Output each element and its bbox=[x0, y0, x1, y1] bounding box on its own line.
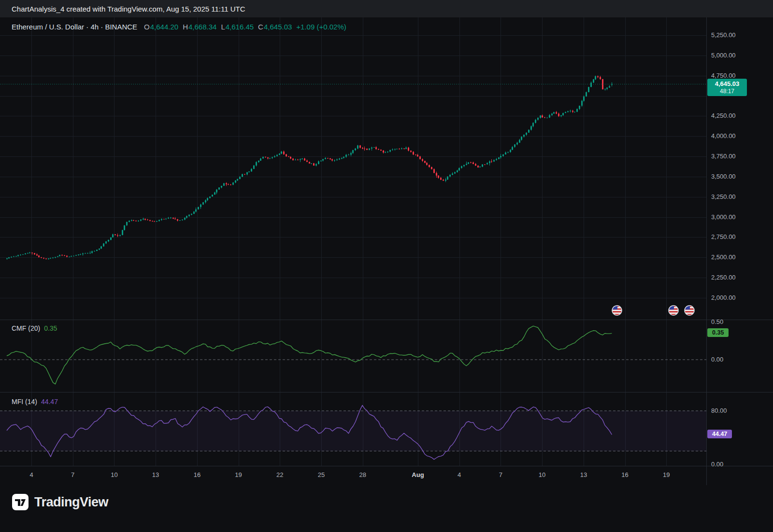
cmf-axis-label: 0.50 bbox=[711, 318, 723, 325]
time-axis-label[interactable]: 25 bbox=[318, 471, 325, 478]
last-price-badge: 4,645.03 48:17 bbox=[707, 79, 747, 96]
price-axis-label: 2,750.00 bbox=[711, 233, 736, 240]
mfi-value-badge: 44.47 bbox=[707, 430, 732, 438]
cmf-legend[interactable]: CMF (20) 0.35 bbox=[12, 324, 57, 332]
mfi-label: MFI (14) bbox=[12, 398, 37, 406]
time-axis-label[interactable]: 10 bbox=[539, 471, 545, 478]
chart-canvas[interactable] bbox=[0, 0, 773, 532]
time-axis-label[interactable]: 22 bbox=[276, 471, 283, 478]
time-axis-label[interactable]: Aug bbox=[412, 471, 424, 478]
price-axis-label: 4,000.00 bbox=[711, 132, 736, 140]
time-axis-label[interactable]: 13 bbox=[580, 471, 587, 478]
ohlc-values: O4,644.20 H4,668.34 L4,616.45 C4,645.03 … bbox=[144, 23, 346, 31]
tradingview-logo-icon bbox=[12, 493, 29, 511]
price-axis-label: 4,750.00 bbox=[711, 72, 736, 79]
low-value: 4,616.45 bbox=[226, 23, 254, 31]
low-label: L bbox=[221, 23, 225, 31]
mfi-legend[interactable]: MFI (14) 44.47 bbox=[12, 398, 58, 406]
bar-countdown: 48:17 bbox=[711, 88, 743, 95]
time-axis-label[interactable]: 19 bbox=[663, 471, 670, 478]
time-axis-label[interactable]: 16 bbox=[621, 471, 628, 478]
open-value: 4,644.20 bbox=[150, 23, 178, 31]
time-axis-label[interactable]: 28 bbox=[359, 471, 366, 478]
price-axis-label: 3,500.00 bbox=[711, 173, 736, 180]
time-axis-label[interactable]: 16 bbox=[194, 471, 200, 478]
time-axis-label[interactable]: 7 bbox=[71, 471, 74, 478]
open-label: O bbox=[144, 23, 150, 31]
price-axis-label: 3,000.00 bbox=[711, 213, 736, 221]
high-value: 4,668.34 bbox=[188, 23, 216, 31]
close-label: C bbox=[258, 23, 263, 31]
cmf-axis-label: 0.00 bbox=[711, 356, 723, 363]
chart-title: ChartAnalysis_4 created with TradingView… bbox=[12, 5, 245, 13]
price-axis-label: 5,000.00 bbox=[711, 52, 736, 59]
time-axis-label[interactable]: 10 bbox=[111, 471, 117, 478]
cmf-line bbox=[7, 326, 612, 384]
last-price-value: 4,645.03 bbox=[711, 80, 743, 87]
candlestick-series bbox=[6, 75, 613, 259]
tradingview-chart-screenshot: ChartAnalysis_4 created with TradingView… bbox=[0, 0, 773, 532]
cmf-label: CMF (20) bbox=[12, 324, 40, 332]
tradingview-logo[interactable]: TradingView bbox=[12, 493, 108, 511]
price-axis-label: 2,500.00 bbox=[711, 253, 736, 261]
price-axis-label: 3,250.00 bbox=[711, 193, 736, 200]
price-axis-label: 2,250.00 bbox=[711, 274, 736, 281]
symbol-legend[interactable]: Ethereum / U.S. Dollar · 4h · BINANCE O4… bbox=[12, 23, 346, 31]
symbol-title: Ethereum / U.S. Dollar · 4h · BINANCE bbox=[12, 23, 137, 31]
us-flag-event-icon[interactable] bbox=[669, 306, 678, 315]
high-label: H bbox=[183, 23, 188, 31]
price-axis-label: 5,250.00 bbox=[711, 31, 736, 39]
close-value: 4,645.03 bbox=[264, 23, 292, 31]
change-value: +1.09 (+0.02%) bbox=[296, 23, 346, 31]
time-axis-label[interactable]: 13 bbox=[152, 471, 159, 478]
cmf-value: 0.35 bbox=[44, 324, 57, 332]
time-axis-label[interactable]: 4 bbox=[458, 471, 461, 478]
us-flag-event-icon[interactable] bbox=[612, 306, 622, 315]
cmf-value-badge: 0.35 bbox=[707, 328, 729, 337]
tradingview-brand-text: TradingView bbox=[34, 495, 108, 510]
time-axis-label[interactable]: 4 bbox=[29, 471, 33, 478]
time-axis-label[interactable]: 19 bbox=[235, 471, 242, 478]
time-axis-label[interactable]: 7 bbox=[499, 471, 502, 478]
us-flag-event-icon[interactable] bbox=[685, 306, 694, 315]
chart-title-bar: ChartAnalysis_4 created with TradingView… bbox=[0, 0, 773, 17]
mfi-axis-label: 80.00 bbox=[711, 407, 727, 414]
mfi-value: 44.47 bbox=[41, 398, 58, 406]
price-axis-label: 4,250.00 bbox=[711, 112, 736, 119]
price-axis-label: 2,000.00 bbox=[711, 294, 736, 301]
price-axis-label: 3,750.00 bbox=[711, 153, 736, 160]
mfi-axis-label: 0.00 bbox=[711, 461, 723, 468]
